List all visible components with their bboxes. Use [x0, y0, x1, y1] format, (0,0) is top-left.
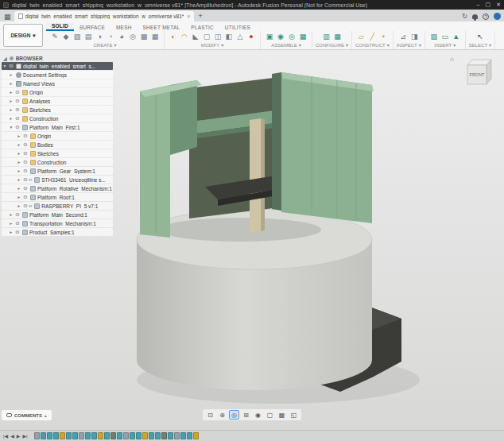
timeline-feature-icon[interactable] [149, 432, 154, 439]
minimize-button[interactable]: – [477, 2, 480, 8]
look-at-icon[interactable]: ◉ [253, 410, 263, 420]
timeline-feature-icon[interactable] [53, 432, 59, 439]
expand-arrow-icon[interactable]: ▸ [8, 212, 14, 217]
expand-arrow-icon[interactable]: ▸ [8, 72, 14, 77]
fillet-icon[interactable]: ◠ [179, 32, 190, 43]
timeline-feature-icon[interactable] [34, 432, 40, 439]
tab-mesh[interactable]: MESH [110, 25, 138, 31]
timeline-feature-icon[interactable] [123, 432, 129, 439]
browser-item-origin-child[interactable]: ▸ ⊙ Origin [2, 132, 113, 140]
group-construct-label[interactable]: CONSTRUCT [355, 43, 386, 48]
visibility-eye-icon[interactable]: ⊙ [22, 194, 29, 200]
expand-arrow-icon[interactable]: ▸ [8, 107, 14, 112]
group-insert-label[interactable]: INSERT [434, 43, 452, 48]
browser-item-analyses[interactable]: ▸ ⊙ Analyses [2, 97, 113, 105]
visibility-eye-icon[interactable]: ⊙ [22, 185, 29, 191]
user-avatar[interactable] [494, 13, 501, 20]
browser-item-raspberry-pi-5[interactable]: ▸ ⊙ ∞ RASPBERRY_PI_5 v7:1 [2, 202, 113, 210]
comments-bar[interactable]: COMMENTS ▴ [2, 410, 52, 420]
timeline-feature-icon[interactable] [136, 432, 142, 439]
timeline-feature-icon[interactable] [161, 432, 167, 439]
pan-icon[interactable]: ⊞ [241, 410, 251, 420]
create-form-icon[interactable]: ◆ [60, 32, 72, 43]
timeline-feature-icon[interactable] [66, 432, 72, 439]
expand-arrow-icon[interactable]: ▸ [8, 230, 14, 234]
chevron-up-icon[interactable]: ▴ [45, 413, 47, 418]
tab-solid[interactable]: SOLID [46, 23, 74, 31]
visibility-eye-icon[interactable]: ⊙ [14, 89, 21, 95]
revolve-icon[interactable]: ◑ [94, 32, 105, 43]
visibility-eye-icon[interactable]: ⊙ [14, 106, 21, 113]
timeline-feature-icon[interactable] [168, 432, 173, 439]
expand-arrow-icon[interactable]: ▸ [8, 90, 14, 95]
timeline-feature-icon[interactable] [41, 432, 46, 439]
expand-arrow-icon[interactable]: ▸ [8, 81, 14, 86]
visibility-eye-icon[interactable]: ⊙ [14, 124, 21, 130]
construction-axis-icon[interactable]: ╱ [366, 32, 378, 43]
timeline-feature-icon[interactable] [79, 432, 84, 439]
tab-surface[interactable]: SURFACE [74, 25, 110, 31]
view-cube[interactable]: ⌂ FRONT [450, 54, 494, 91]
browser-item-origin[interactable]: ▸ ⊙ Origin [2, 88, 113, 96]
expand-arrow-icon[interactable]: ▸ [16, 168, 22, 173]
visibility-eye-icon[interactable]: ⊙ [22, 141, 29, 148]
scale-icon[interactable]: △ [235, 32, 246, 43]
timeline-feature-icon[interactable] [60, 432, 65, 439]
select-cursor-icon[interactable]: ↖ [475, 32, 486, 43]
sweep-icon[interactable]: ◔ [105, 32, 116, 43]
browser-item-platform-main-second[interactable]: ▸ ⊙ Platform_Main_Second:1 [2, 211, 113, 219]
visibility-eye-icon[interactable]: ⊙ [14, 115, 21, 122]
section-analysis-icon[interactable]: ◨ [409, 32, 420, 43]
group-configure-label[interactable]: CONFIGURE [316, 43, 344, 48]
zoom-fit-icon[interactable]: ⊡ [205, 410, 215, 420]
configure-icon[interactable]: ▥ [321, 32, 332, 43]
timeline-feature-icon[interactable] [72, 432, 78, 439]
tab-utilities[interactable]: UTILITIES [219, 25, 256, 31]
model-viewport[interactable]: ◢ BROWSER ▾ ⊙ digital_twin_enabled_smart… [0, 50, 504, 430]
pattern-icon[interactable]: ▦ [149, 32, 161, 43]
document-tab[interactable]: digital_twin_enabled_smart_shipping_work… [14, 11, 195, 21]
view-cube-graphic[interactable]: FRONT [461, 54, 494, 89]
browser-collapse-icon[interactable]: ◢ [3, 56, 7, 61]
visibility-eye-icon[interactable]: ⊙ [22, 176, 29, 183]
rigid-group-icon[interactable]: ▦ [297, 32, 308, 43]
chamfer-icon[interactable]: ◣ [190, 32, 201, 43]
visibility-eye-icon[interactable]: ⊙ [8, 63, 14, 69]
as-built-joint-icon[interactable]: ◎ [286, 32, 297, 43]
viewports-icon[interactable]: ◱ [289, 410, 299, 420]
new-document-button[interactable]: + [198, 13, 202, 20]
timeline-feature-icon[interactable] [193, 432, 199, 439]
expand-arrow-icon[interactable]: ▸ [8, 99, 14, 103]
group-modify-label[interactable]: MODIFY [201, 43, 219, 48]
insert-derive-icon[interactable]: ▨ [428, 32, 440, 43]
close-button[interactable]: ✕ [496, 2, 501, 8]
browser-item-transportation-mechanism[interactable]: ▸ ⊙ Transportation_Mechanism:1 [2, 219, 113, 227]
timeline-step-back-button[interactable]: ◀ [10, 434, 14, 439]
data-panel-grid-icon[interactable]: ▦ [4, 14, 11, 21]
timeline-feature-icon[interactable] [85, 432, 91, 439]
visibility-eye-icon[interactable]: ⊙ [14, 211, 21, 218]
visibility-eye-icon[interactable]: ⊙ [22, 133, 29, 139]
visibility-eye-icon[interactable]: ⊙ [22, 150, 29, 157]
timeline-feature-icon[interactable] [187, 432, 192, 439]
browser-item-bodies[interactable]: ▸ ⊙ Bodies [2, 141, 113, 149]
browser-item-construction[interactable]: ▸ ⊙ Construction [2, 114, 113, 122]
expand-arrow-icon[interactable]: ▸ [16, 160, 22, 164]
appearance-icon[interactable]: ● [246, 32, 257, 43]
group-inspect-label[interactable]: INSPECT [397, 43, 417, 48]
tab-close-icon[interactable]: × [187, 14, 190, 19]
zoom-icon[interactable]: ⊕ [217, 410, 227, 420]
group-create-label[interactable]: CREATE [94, 43, 113, 48]
group-assemble-label[interactable]: ASSEMBLE [271, 43, 297, 48]
visibility-eye-icon[interactable]: ⊙ [22, 203, 29, 209]
maximize-button[interactable]: ▢ [486, 2, 491, 8]
split-body-icon[interactable]: ◧ [223, 32, 235, 43]
browser-item-construction-child[interactable]: ▸ ⊙ Construction [2, 158, 113, 166]
browser-item-platform-roof[interactable]: ▸ ⊙ Platform_Roof:1 [2, 193, 113, 201]
grid-settings-icon[interactable]: ▦ [277, 410, 287, 420]
insert-mesh-icon[interactable]: ▲ [451, 32, 462, 43]
timeline-go-start-button[interactable]: |◀ [3, 434, 8, 439]
combine-icon[interactable]: ◫ [212, 32, 223, 43]
timeline-go-end-button[interactable]: ▶| [22, 434, 27, 439]
configuration-table-icon[interactable]: ▦ [332, 32, 343, 43]
